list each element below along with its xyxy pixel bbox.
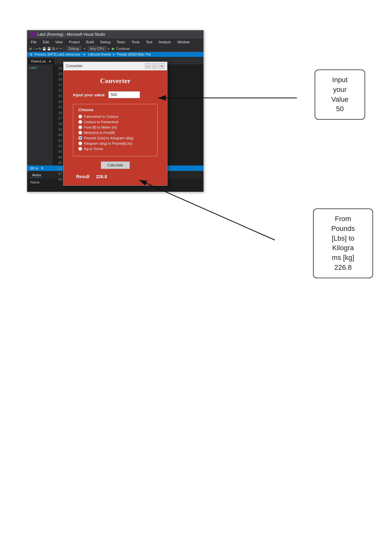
process-label: Process: [6472] Lab2.vshost.exe [34, 53, 80, 56]
events-label: Lifecycle Events [88, 53, 111, 56]
toolbar-platform: ▾ [84, 47, 85, 51]
choose-legend: Choose [78, 107, 152, 112]
dialog-window-controls: — □ ✕ [145, 63, 165, 69]
line-41: 41 [55, 138, 62, 144]
dialog-titlebar: Converter — □ ✕ [63, 62, 167, 70]
vs-logo-icon [30, 32, 35, 37]
tab-form1cs[interactable]: Form1.cs ✕ [27, 58, 55, 64]
calculate-button[interactable]: Calculate [101, 161, 130, 169]
menu-team[interactable]: Team [116, 39, 127, 45]
result-value: 226.8 [96, 174, 107, 179]
toolbar-separator [64, 46, 64, 51]
bottom-tab-autos[interactable]: Autos [30, 172, 43, 178]
choose-group: Choose Fahrenheit to Celsius Celsius to … [73, 104, 158, 156]
toolbar-continue[interactable]: Continue [116, 47, 130, 51]
line-42: 42 [55, 143, 62, 149]
tab-label: Form1.cs [31, 59, 46, 63]
result-label: Result [76, 174, 90, 179]
menu-debug[interactable]: Debug [99, 39, 112, 45]
toolbar-icons: ⚙ ○ ↩ ↻ 💾 💾 🖫 ↺ ↷ [29, 47, 62, 51]
line-31: 31 [55, 82, 62, 88]
process-icon: ⚙ [30, 53, 33, 56]
radio-label-3: Foot [ft] to Meter [m] [84, 125, 117, 129]
radio-pounds-kg[interactable]: Pounds [Lbs] to Kilogram s[kg] [78, 136, 152, 140]
radio-kg-tones[interactable]: Kg to Tones [78, 147, 152, 151]
menu-analyze[interactable]: Analyze [157, 39, 172, 45]
vs-window-title: Lab2 (Running) - Microsoft Visual Studio [37, 32, 105, 37]
line-29: 29 [55, 71, 62, 77]
vs-process-bar: ⚙ Process: [6472] Lab2.vshost.exe ▾ Life… [27, 52, 203, 57]
lab-label: Lab2 [29, 66, 50, 69]
zoom-arrow: ▾ [41, 166, 43, 170]
line-37: 37 [55, 116, 62, 121]
radio-label-5: Pounds [Lbs] to Kilogram s[kg] [84, 136, 133, 140]
bottom-col-name: Name [30, 180, 39, 184]
line-30: 30 [55, 77, 62, 82]
events-arrow: ▾ [113, 53, 114, 56]
vs-solution-panel: Lab2 [27, 64, 52, 166]
radio-label-4: Meter[m] to Foot[ft] [84, 131, 115, 135]
toolbar-platform-arrow: ▾ [108, 47, 109, 51]
menu-view[interactable]: View [54, 39, 64, 45]
radio-circle-4[interactable] [78, 131, 82, 135]
radio-circle-3[interactable] [78, 125, 82, 129]
radio-label-2: Celsius to Farbenheit [84, 120, 118, 124]
tab-close-icon[interactable]: ✕ [49, 60, 51, 63]
vs-titlebar: Lab2 (Running) - Microsoft Visual Studio [27, 30, 203, 39]
radio-circle-6[interactable] [78, 142, 82, 145]
thread-label: Thread: [6092] Main The [116, 53, 151, 56]
toolbar-cpu[interactable]: Any CPU [88, 46, 106, 51]
dialog-restore-button[interactable]: □ [152, 63, 158, 69]
toolbar-continue-icon: ▶ [112, 46, 115, 51]
line-46: 46 [55, 166, 62, 172]
menu-file[interactable]: File [30, 39, 38, 45]
menu-build[interactable]: Build [85, 39, 95, 45]
dialog-body: Converter Input your value Choose Fahren… [63, 70, 167, 185]
result-row: Result 226.8 [73, 174, 158, 179]
radio-foot-meter[interactable]: Foot [ft] to Meter [m] [78, 125, 152, 129]
line-48: 48 [55, 177, 62, 183]
radio-celsius-fahrenheit[interactable]: Celsius to Farbenheit [78, 120, 152, 124]
radio-fahrenheit-celsius[interactable]: Fahrenheit to Celsius [78, 115, 152, 118]
toolbar-config[interactable]: Debug [66, 46, 81, 51]
line-33: 33 [55, 93, 62, 99]
radio-label-7: Kg to Tones [84, 147, 103, 151]
radio-label-6: Kilogram s[kg] to Pounds[Lbs] [84, 142, 132, 145]
callout-top-text: InputyourValue50 [331, 76, 349, 113]
menu-project[interactable]: Project [68, 39, 81, 45]
radio-circle-7[interactable] [78, 147, 82, 151]
line-34: 34 [55, 99, 62, 105]
radio-kg-pounds[interactable]: Kilogram s[kg] to Pounds[Lbs] [78, 142, 152, 145]
vs-menubar: File Edit View Project Build Debug Team … [27, 39, 203, 45]
input-row: Input your value [73, 91, 158, 98]
radio-circle-5[interactable] [78, 136, 82, 140]
callout-result-value: FromPounds[Lbs] toKilograms [kg]226.8 [313, 208, 373, 278]
process-sep: ▾ [83, 53, 85, 56]
converter-dialog: Converter — □ ✕ Converter Input your val… [63, 62, 167, 186]
menu-edit[interactable]: Edit [42, 39, 50, 45]
line-43: 43 [55, 149, 62, 155]
radio-circle-2[interactable] [78, 120, 82, 124]
vs-toolbar: ⚙ ○ ↩ ↻ 💾 💾 🖫 ↺ ↷ Debug ▾ Any CPU ▾ ▶ Co… [27, 45, 203, 52]
line-28: 28 [55, 66, 62, 71]
zoom-label: 90 % [30, 166, 38, 170]
callout-bottom-text: FromPounds[Lbs] toKilograms [kg]226.8 [331, 215, 355, 271]
line-44: 44 [55, 155, 62, 160]
dialog-heading: Converter [73, 77, 158, 85]
line-32: 32 [55, 88, 62, 93]
dialog-title-text: Converter [66, 64, 83, 68]
line-47: 47 [55, 171, 62, 177]
radio-meter-foot[interactable]: Meter[m] to Foot[ft] [78, 131, 152, 135]
radio-circle-1[interactable] [78, 115, 82, 118]
dialog-close-button[interactable]: ✕ [159, 63, 165, 69]
input-value-field[interactable] [108, 91, 140, 98]
line-40: 40 [55, 132, 62, 138]
radio-label-1: Fahrenheit to Celsius [84, 115, 118, 118]
line-39: 39 [55, 127, 62, 133]
line-45: 45 [55, 160, 62, 166]
callout-input-value: InputyourValue50 [315, 69, 365, 120]
menu-window[interactable]: Window [176, 39, 191, 45]
dialog-minimize-button[interactable]: — [145, 63, 151, 69]
menu-test[interactable]: Test [145, 39, 154, 45]
menu-tools[interactable]: Tools [130, 39, 141, 45]
